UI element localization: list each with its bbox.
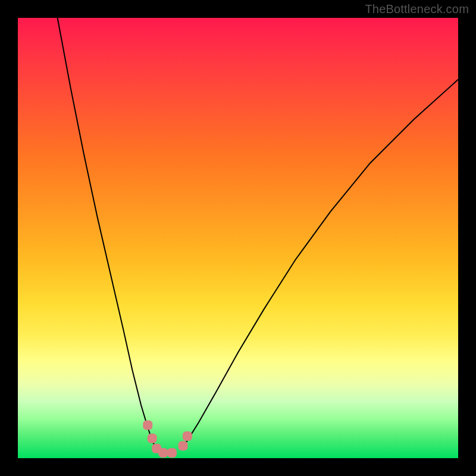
marker-point (167, 448, 177, 458)
marker-point (178, 441, 188, 450)
chart-frame: TheBottleneck.com (0, 0, 476, 476)
plot-area (18, 18, 458, 458)
marker-point (148, 434, 157, 443)
curve-right-branch (181, 80, 458, 450)
curve-svg (18, 18, 458, 458)
marker-point (183, 431, 192, 441)
watermark-text: TheBottleneck.com (365, 2, 469, 16)
marker-point (143, 421, 152, 430)
marker-group (143, 421, 192, 458)
marker-point (158, 448, 168, 458)
curve-left-branch (58, 18, 157, 449)
